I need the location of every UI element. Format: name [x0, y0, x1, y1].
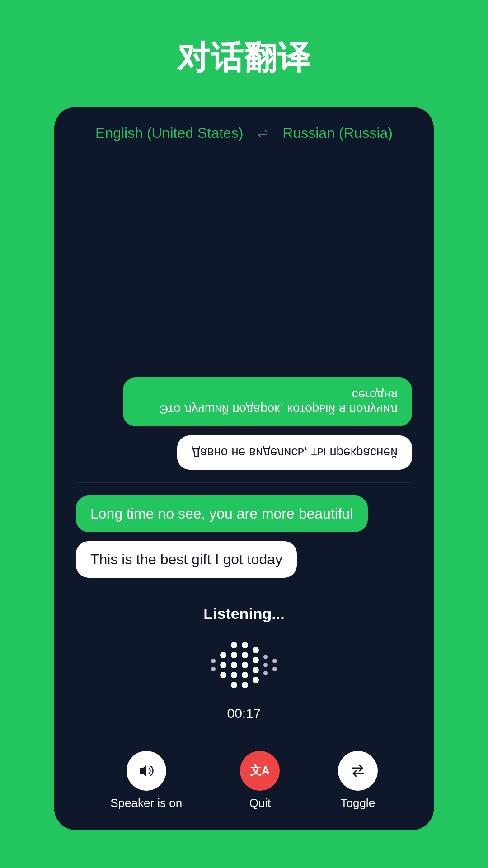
- wave-dot: [242, 672, 248, 678]
- wave-dot: [231, 682, 237, 688]
- app-title: 对话翻译: [177, 36, 311, 80]
- bottom-controls: Speaker is on 文A Quit Toggle: [54, 740, 434, 830]
- wave-dot: [263, 663, 268, 667]
- wave-dot: [231, 652, 237, 658]
- wave-col-3: [231, 642, 237, 688]
- wave-dot: [253, 647, 259, 653]
- wave-dot: [272, 659, 277, 663]
- message-bubble-flipped-green: Это лучший подарок, который я получил се…: [123, 377, 412, 426]
- wave-dot: [272, 667, 277, 671]
- wave-dot: [242, 682, 248, 688]
- wave-col-7: [272, 659, 277, 671]
- wave-dot: [211, 659, 216, 663]
- wave-dot: [231, 672, 237, 678]
- language-header: English (United States) ⇌ Russian (Russi…: [54, 107, 434, 156]
- wave-dot: [253, 677, 259, 683]
- wave-dot: [263, 655, 268, 659]
- wave-dot: [263, 671, 268, 675]
- toggle-control: Toggle: [338, 751, 378, 810]
- wave-dot: [242, 662, 248, 668]
- message-bubble-green: Long time no see, you are more beautiful: [76, 495, 368, 532]
- speaker-icon: [136, 761, 156, 781]
- svg-text:文A: 文A: [250, 764, 270, 777]
- wave-dot: [220, 662, 226, 668]
- toggle-icon: [348, 761, 368, 781]
- wave-dot: [231, 642, 237, 648]
- translate-icon: 文A: [250, 761, 270, 781]
- message-bubble-flipped-white: Давно не виделись, ты прекрасней: [177, 435, 412, 470]
- wave-dot: [253, 667, 259, 673]
- wave-col-4: [242, 642, 248, 688]
- speaker-label: Speaker is on: [110, 796, 182, 810]
- wave-dot: [220, 652, 226, 658]
- timer-display: 00:17: [227, 706, 261, 721]
- listening-section: Listening...: [76, 596, 412, 726]
- wave-dot: [211, 667, 216, 671]
- wave-dot: [231, 662, 237, 668]
- bottom-section: Long time no see, you are more beautiful…: [76, 495, 412, 587]
- speaker-button[interactable]: [127, 751, 166, 791]
- target-language[interactable]: Russian (Russia): [282, 125, 393, 142]
- toggle-label: Toggle: [340, 796, 375, 810]
- phone-card: English (United States) ⇌ Russian (Russi…: [54, 107, 434, 830]
- toggle-button[interactable]: [338, 751, 378, 791]
- speaker-control: Speaker is on: [110, 751, 182, 810]
- wave-col-6: [263, 655, 268, 675]
- quit-label: Quit: [249, 796, 271, 810]
- listening-label: Listening...: [203, 605, 284, 623]
- quit-control: 文A Quit: [240, 751, 280, 810]
- quit-button[interactable]: 文A: [240, 751, 280, 791]
- wave-dot: [242, 642, 248, 648]
- wave-dot: [220, 672, 226, 678]
- wave-col-2: [220, 652, 226, 678]
- top-section: Это лучший подарок, который я получил се…: [76, 171, 412, 470]
- wave-dot: [242, 652, 248, 658]
- chat-area: Это лучший подарок, который я получил се…: [54, 156, 434, 740]
- wave-col-5: [253, 647, 259, 683]
- wave-dot: [253, 657, 259, 663]
- message-bubble-white: This is the best gift I got today: [76, 541, 297, 578]
- chat-divider: [76, 482, 412, 483]
- waveform: [76, 633, 412, 697]
- wave-col-1: [211, 659, 216, 671]
- source-language[interactable]: English (United States): [95, 125, 243, 142]
- swap-icon[interactable]: ⇌: [258, 126, 268, 141]
